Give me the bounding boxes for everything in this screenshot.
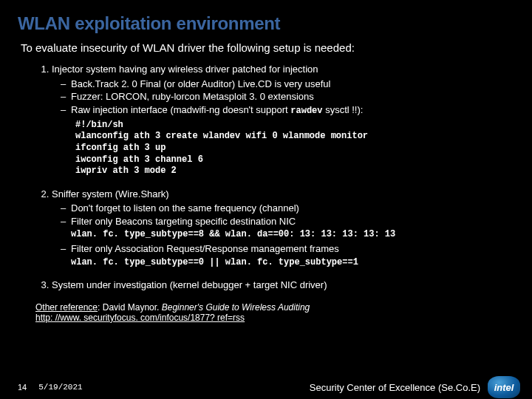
code-line: #!/bin/sh	[75, 120, 514, 132]
slide-subtitle: To evaluate insecurity of WLAN driver th…	[21, 41, 514, 54]
code-block-1: #!/bin/sh wlanconfig ath 3 create wlande…	[52, 120, 514, 177]
item-2b: Filter only Beacons targeting specific d…	[61, 215, 514, 228]
item-2a: Don't forget to listen on the same frequ…	[61, 202, 514, 215]
item-2-sub2: Filter only Association Request/Response…	[52, 242, 514, 256]
item-2-sub: Don't forget to listen on the same frequ…	[52, 202, 514, 228]
item-1c-prefix: Raw injection interface (madwifi-ng does…	[71, 104, 290, 115]
rawdev-code: rawdev	[290, 106, 322, 116]
references: Other reference: David Maynor. Beginner'…	[35, 302, 514, 323]
slide-container: WLAN exploitation environment To evaluat…	[0, 0, 532, 399]
item-2-text: Sniffer system (Wire.Shark)	[52, 188, 169, 200]
item-1c: Raw injection interface (madwifi-ng does…	[61, 103, 514, 117]
item-1a: Back.Track 2. 0 Final (or older Auditor)…	[61, 78, 514, 91]
footer: 14 5/19/2021 Security Center of Excellen…	[0, 375, 532, 399]
item-1b: Fuzzer: LORCON, ruby-lorcon Metasploit 3…	[61, 90, 514, 103]
intel-logo-icon: intel	[488, 376, 520, 398]
refs-url[interactable]: http: //www. securityfocus. com/infocus/…	[35, 313, 245, 323]
item-3: System under investigation (kernel debug…	[52, 279, 514, 292]
slide-title: WLAN exploitation environment	[18, 13, 514, 34]
refs-author: : David Maynor.	[98, 302, 162, 313]
code-line-2b: wlan. fc. type_subtype==8 && wlan. da==0…	[52, 229, 514, 241]
page-number: 14	[18, 383, 27, 392]
code-line: wlanconfig ath 3 create wlandev wifi 0 w…	[75, 131, 514, 143]
item-2: Sniffer system (Wire.Shark) Don't forget…	[52, 188, 514, 268]
item-3-text: System under investigation (kernel debug…	[52, 279, 327, 290]
refs-title: Beginner's Guide to Wireless Auditing	[162, 302, 310, 313]
refs-label: Other reference	[35, 302, 98, 313]
item-1-sub: Back.Track 2. 0 Final (or older Auditor)…	[52, 78, 514, 117]
logo-text: intel	[494, 382, 514, 393]
footer-date: 5/19/2021	[38, 383, 82, 392]
item-1-text: Injector system having any wireless driv…	[52, 64, 318, 75]
code-line-2c: wlan. fc. type_subtype==0 || wlan. fc. t…	[52, 257, 514, 269]
item-1: Injector system having any wireless driv…	[52, 63, 514, 177]
footer-right-text: Security Center of Excellence (Se.Co.E)	[310, 382, 480, 393]
main-list: Injector system having any wireless driv…	[18, 63, 514, 292]
code-line: iwconfig ath 3 channel 6	[75, 154, 514, 166]
code-line: iwpriv ath 3 mode 2	[75, 166, 514, 177]
item-1c-suffix: sysctl !!):	[323, 104, 364, 115]
item-2c: Filter only Association Request/Response…	[61, 242, 514, 256]
code-line: ifconfig ath 3 up	[75, 143, 514, 154]
